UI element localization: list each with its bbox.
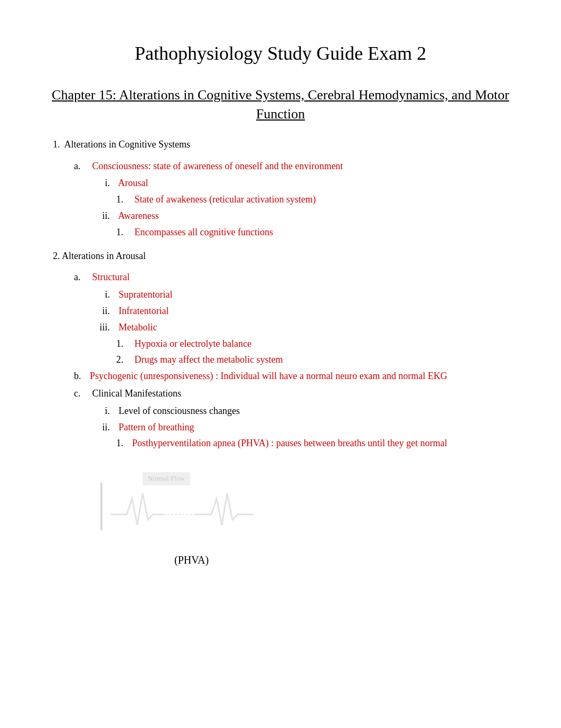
diagram-svg: [106, 483, 306, 536]
phva-label: (PHVA): [174, 551, 519, 568]
section-1-number: 1.: [53, 139, 64, 150]
label-1a-i: Arousal: [118, 178, 148, 188]
prefix-2a-i: i.: [95, 287, 116, 302]
label-1a-ii-1: Encompasses all cognitive functions: [135, 227, 273, 237]
prefix-1a: a.: [74, 159, 90, 174]
prefix-2c-ii-1: 1.: [116, 436, 132, 451]
prefix-1a-i: i.: [95, 176, 116, 191]
section-1-label: Alterations in Cognitive Systems: [64, 139, 191, 150]
label-2c-i: Level of consciousness changes: [119, 406, 240, 416]
prefix-1a-ii: ii.: [95, 208, 116, 224]
subitem-2a-iii-1: 1. Hypoxia or electrolyte balance: [116, 336, 519, 352]
item-2a-ii: ii. Infratentorial: [95, 303, 519, 319]
label-2a-i: Supratentorial: [119, 289, 173, 300]
item-1a-ii: ii. Awareness: [95, 208, 519, 224]
chapter-title: Chapter 15: Alterations in Cognitive Sys…: [42, 86, 519, 124]
section-2-label: Alterations in Arousal: [62, 251, 146, 261]
item-1a-i: i. Arousal: [95, 176, 519, 191]
section-2: 2. Alterations in Arousal a. Structural …: [42, 248, 519, 451]
section-2-number: 2.: [53, 251, 62, 261]
section-2-heading: 2. Alterations in Arousal: [53, 248, 519, 264]
subitem-1a-i-1: 1. State of awakeness (reticular activat…: [116, 192, 519, 207]
label-2c-ii-1: Posthyperventilation apnea (PHVA) : paus…: [132, 436, 447, 451]
label-2b: Psychogenic (unresponsiveness) : Individ…: [90, 368, 447, 384]
label-2c-ii: Pattern of breathing: [119, 422, 194, 432]
section-1: 1. Alterations in Cognitive Systems a. C…: [42, 137, 519, 240]
prefix-2b: b.: [74, 368, 90, 384]
label-1a-ii: Awareness: [118, 210, 159, 221]
item-2c-i: i. Level of consciousness changes: [95, 403, 519, 419]
prefix-2c: c.: [74, 386, 90, 401]
label-1a: Consciousness: state of awareness of one…: [92, 161, 343, 171]
prefix-2a-iii-2: 2.: [116, 352, 132, 367]
subsection-1a: a. Consciousness: state of awareness of …: [74, 159, 519, 174]
section-1-heading: 1. Alterations in Cognitive Systems: [53, 137, 519, 152]
label-2a-iii-1: Hypoxia or electrolyte balance: [135, 338, 251, 349]
subsection-2a: a. Structural: [74, 270, 519, 285]
subitem-1a-ii-1: 1. Encompasses all cognitive functions: [116, 225, 519, 240]
prefix-2a-iii: iii.: [95, 320, 116, 335]
label-2c: Clinical Manifestations: [92, 388, 181, 399]
prefix-2a-ii: ii.: [95, 303, 116, 319]
item-2a-i: i. Supratentorial: [95, 287, 519, 302]
label-2a-ii: Infratentorial: [119, 306, 169, 316]
page-title: Pathophysiology Study Guide Exam 2: [42, 32, 519, 64]
subsection-2c: c. Clinical Manifestations: [74, 386, 519, 401]
subitem-2a-iii-2: 2. Drugs may affect the metabolic system: [116, 352, 519, 367]
prefix-2a-iii-1: 1.: [116, 336, 132, 352]
diagram-image: Normal Flow: [95, 472, 317, 546]
prefix-1a-ii-1: 1.: [116, 225, 132, 240]
prefix-2c-i: i.: [95, 403, 116, 419]
label-2a: Structural: [92, 272, 130, 282]
label-1a-i-1: State of awakeness (reticular activation…: [135, 194, 316, 205]
subsection-2b: b. Psychogenic (unresponsiveness) : Indi…: [74, 368, 519, 384]
prefix-2c-ii: ii.: [95, 420, 116, 435]
content-area: 1. Alterations in Cognitive Systems a. C…: [42, 137, 519, 568]
item-2c-ii: ii. Pattern of breathing: [95, 420, 519, 435]
prefix-1a-i-1: 1.: [116, 192, 132, 207]
subitem-2c-ii-1: 1. Posthyperventilation apnea (PHVA) : p…: [116, 436, 519, 451]
prefix-2a: a.: [74, 270, 90, 285]
label-2a-iii: Metabolic: [119, 322, 157, 333]
diagram-vbar: [100, 483, 102, 530]
diagram-container: Normal Flow (PHVA): [95, 472, 519, 568]
item-2a-iii: iii. Metabolic: [95, 320, 519, 335]
label-2a-iii-2: Drugs may affect the metabolic system: [135, 354, 283, 365]
